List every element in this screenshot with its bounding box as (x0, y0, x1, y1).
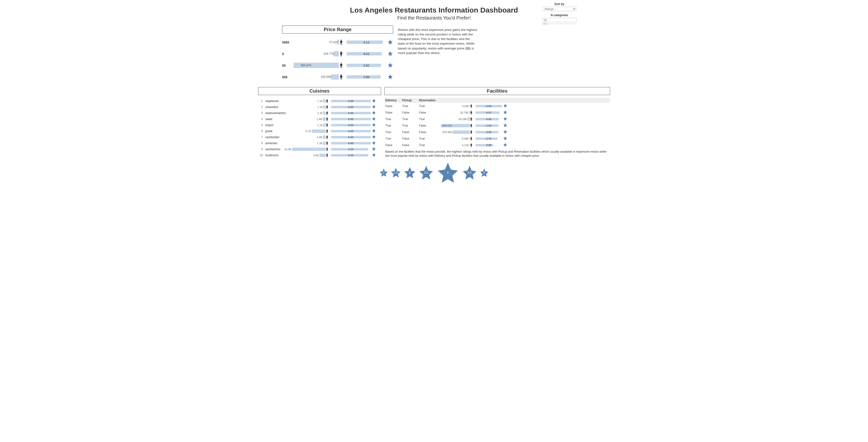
popularity-bar: 1.4K (292, 117, 326, 121)
fac-reservation: False (419, 111, 441, 114)
popularity-bar: 6.7K (292, 129, 326, 134)
cuisine-name: vegetarian (266, 99, 292, 103)
sort-select[interactable]: Ratings (542, 7, 576, 11)
rating-bar: 4.50 (331, 105, 371, 109)
slider-thumb[interactable] (545, 23, 547, 25)
rating-star[interactable]: 4.5 (461, 165, 478, 181)
popularity-bar: 894.87K (293, 62, 339, 69)
popularity-bar: 1.4K (292, 135, 326, 140)
rating-star[interactable]: 5 (479, 168, 489, 178)
rating-star[interactable]: 4 (436, 160, 460, 185)
popularity-bar: 104.77K (293, 50, 339, 57)
rating-bar: 4.50 (331, 135, 371, 139)
popularity-bar: 3.0K (292, 153, 326, 158)
fac-pickup: True (402, 124, 419, 127)
cuisine-name: seafoodmarkets (266, 111, 292, 115)
rating-bar: 3.93 (475, 130, 502, 134)
person-icon (326, 111, 329, 115)
popularity-bar: 3.54K (441, 104, 470, 108)
row-number: 7 (258, 136, 263, 139)
row-number: 5 (258, 123, 263, 127)
rating-bar: 4.25 (331, 147, 371, 151)
person-icon (326, 153, 329, 157)
star-icon (388, 39, 393, 46)
facility-row: True True True 50.29K 3.94 (384, 116, 610, 122)
rating-bar: 3.75 (475, 137, 502, 141)
cuisine-name: armenian (266, 142, 292, 145)
fac-header-reservation: Reservation (419, 99, 441, 102)
person-icon (470, 117, 473, 121)
facility-row: True False False 379.35K 3.93 (384, 129, 610, 135)
star-icon (372, 122, 376, 127)
controls-panel: Sort by Ratings N categories (542, 2, 576, 27)
popularity-bar: 1.1K (292, 99, 326, 104)
facilities-section-title: Facilities (384, 87, 610, 95)
person-icon (326, 135, 329, 139)
rating-star[interactable]: 3.5 (418, 165, 434, 181)
star-icon (503, 143, 507, 148)
ncat-label: N categories (542, 13, 576, 17)
star-icon (388, 62, 393, 69)
rating-bar: 3.93 (475, 124, 502, 127)
row-number: 4 (258, 117, 263, 121)
cuisine-name: greek (266, 129, 292, 133)
row-number: 8 (258, 142, 263, 145)
popularity-bar: 16.3K (292, 147, 326, 152)
fac-pickup: True (402, 105, 419, 108)
star-icon (503, 136, 507, 141)
cuisine-row: 7 cambodian 1.4K 4.50 (258, 134, 381, 140)
popularity-bar: 16.73K (441, 111, 470, 115)
row-number: 1 (258, 99, 263, 103)
price-label: $$ (282, 64, 293, 67)
rating-star[interactable]: 3 (403, 166, 416, 179)
cuisine-row: 6 greek 6.7K 4.50 (258, 128, 381, 134)
ncat-slider[interactable] (542, 24, 576, 24)
cuisine-row: 10 foodtrucks 3.0K 4.25 (258, 152, 381, 158)
person-icon (326, 147, 329, 151)
rating-star-label: 5 (483, 171, 485, 174)
fac-reservation: True (419, 137, 441, 140)
star-icon (503, 110, 507, 115)
cuisine-row: 3 seafoodmarkets 1.1K 4.50 (258, 110, 381, 116)
price-row: $$$ 155.55K 3.88 (282, 71, 393, 83)
price-row: $$$$ 27.81K 4.11 (282, 36, 393, 48)
price-label: $$$$ (282, 40, 293, 44)
cuisine-name: salad (266, 117, 292, 121)
cuisine-name: cambodian (266, 136, 292, 139)
fac-delivery: True (385, 124, 402, 127)
cuisine-row: 2 shavedice 1.1K 4.50 (258, 104, 381, 110)
cuisine-row: 9 sandwiches 16.3K 4.25 (258, 146, 381, 152)
popularity-bar: 1.2K (292, 141, 326, 146)
star-icon (372, 111, 376, 116)
rating-star-label: 2.5 (394, 171, 398, 174)
popularity-bar: 9.48K (441, 137, 470, 141)
cuisines-section-title: Cuisines (258, 87, 381, 95)
person-icon (326, 105, 329, 109)
popularity-bar: 379.35K (441, 130, 470, 134)
rating-star[interactable]: 2 (379, 168, 389, 177)
person-icon (470, 143, 473, 147)
fac-delivery: False (385, 105, 402, 108)
fac-delivery: True (385, 137, 402, 140)
rating-bar: 4.11 (347, 40, 386, 45)
rating-bar: 4.07 (475, 111, 502, 115)
price-row: $ 104.77K 4.01 (282, 48, 393, 60)
row-number: 2 (258, 106, 263, 109)
ncat-input[interactable] (542, 18, 576, 22)
price-label: $ (282, 52, 293, 56)
rating-bar: 4.25 (331, 153, 371, 157)
facility-row: False False True 5.11K 3.00 (384, 142, 610, 148)
popularity-bar: 155.55K (293, 73, 339, 80)
popularity-bar: 640.67K (441, 123, 470, 128)
rating-bar: 4.50 (331, 129, 371, 133)
rating-bar: 3.88 (347, 75, 386, 79)
rating-bar: 3.92 (347, 63, 386, 68)
row-number: 3 (258, 111, 263, 115)
facility-row: True False True 9.48K 3.75 (384, 135, 610, 142)
rating-star[interactable]: 2.5 (390, 167, 402, 178)
person-icon (326, 129, 329, 133)
cuisine-name: foodtrucks (266, 154, 292, 157)
fac-pickup: True (402, 117, 419, 121)
person-icon (470, 124, 473, 127)
price-row: $$ 894.87K 3.92 (282, 60, 393, 71)
